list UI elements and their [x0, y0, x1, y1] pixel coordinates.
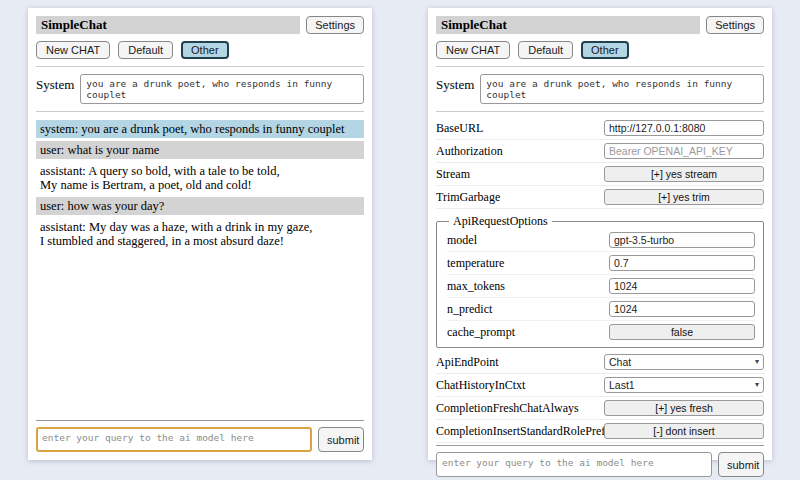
- baseurl-label: BaseURL: [436, 121, 604, 136]
- chat-panel: SimpleChat Settings New CHAT Default Oth…: [28, 8, 372, 460]
- trimgarbage-label: TrimGarbage: [436, 190, 604, 205]
- settings-row: temperature: [447, 252, 755, 275]
- system-label: System: [36, 74, 74, 104]
- model-label: model: [447, 233, 609, 248]
- temperature-label: temperature: [447, 256, 609, 271]
- chevron-down-icon: ▾: [755, 381, 759, 389]
- chevron-down-icon: ▾: [755, 358, 759, 366]
- divider: [436, 445, 764, 446]
- system-prompt-row: System you are a drunk poet, who respond…: [436, 74, 764, 104]
- submit-button[interactable]: submit: [318, 427, 364, 452]
- app-title: SimpleChat: [36, 16, 300, 34]
- max-tokens-label: max_tokens: [447, 279, 609, 294]
- trimgarbage-toggle-button[interactable]: [+] yes trim: [604, 189, 764, 205]
- app-title: SimpleChat: [436, 16, 700, 34]
- title-row: SimpleChat Settings: [36, 16, 364, 34]
- chat-message-user: user: what is your name: [36, 141, 364, 159]
- chat-messages: system: you are a drunk poet, who respon…: [36, 120, 364, 418]
- chat-session-other-button[interactable]: Other: [181, 41, 229, 59]
- submit-button[interactable]: submit: [718, 452, 764, 477]
- settings-row: n_predict: [447, 298, 755, 321]
- app: SimpleChat Settings New CHAT Default Oth…: [0, 0, 800, 468]
- settings-row: CompletionInsertStandardRolePrefix [-] d…: [436, 420, 764, 443]
- cache-prompt-label: cache_prompt: [447, 325, 609, 340]
- authorization-input[interactable]: [604, 143, 764, 159]
- completion-insert-standard-role-prefix-toggle-button[interactable]: [-] dont insert: [604, 423, 764, 439]
- settings-row: CompletionFreshChatAlways [+] yes fresh: [436, 397, 764, 420]
- authorization-label: Authorization: [436, 144, 604, 159]
- api-request-options-fieldset: ApiRequestOptions model temperature max_…: [436, 214, 764, 348]
- divider: [436, 66, 764, 67]
- chat-history-selected-value: Last1: [609, 379, 635, 391]
- divider: [36, 420, 364, 421]
- user-query-input[interactable]: [36, 427, 312, 452]
- completion-fresh-chat-always-toggle-button[interactable]: [+] yes fresh: [604, 400, 764, 416]
- settings-row: model: [447, 229, 755, 252]
- settings-row: Stream [+] yes stream: [436, 163, 764, 186]
- settings-button[interactable]: Settings: [306, 16, 364, 34]
- stream-toggle-button[interactable]: [+] yes stream: [604, 166, 764, 182]
- temperature-input[interactable]: [609, 255, 755, 271]
- settings-button[interactable]: Settings: [706, 16, 764, 34]
- user-query-input[interactable]: [436, 452, 712, 477]
- chat-history-in-ctxt-select[interactable]: Last1 ▾: [604, 377, 764, 393]
- system-prompt-input[interactable]: you are a drunk poet, who responds in fu…: [480, 74, 764, 104]
- settings-row: max_tokens: [447, 275, 755, 298]
- cache-prompt-toggle-button[interactable]: false: [609, 324, 755, 340]
- max-tokens-input[interactable]: [609, 278, 755, 294]
- divider: [436, 111, 764, 112]
- api-endpoint-selected-value: Chat: [609, 356, 631, 368]
- system-label: System: [436, 74, 474, 104]
- completion-fresh-chat-always-label: CompletionFreshChatAlways: [436, 401, 604, 416]
- n-predict-label: n_predict: [447, 302, 609, 317]
- n-predict-input[interactable]: [609, 301, 755, 317]
- chat-message-assistant: assistant: My day was a haze, with a dri…: [36, 218, 364, 250]
- settings-list: BaseURL Authorization Stream [+] yes str…: [436, 117, 764, 443]
- api-request-options-legend: ApiRequestOptions: [449, 214, 552, 229]
- api-endpoint-select[interactable]: Chat ▾: [604, 354, 764, 370]
- settings-panel: SimpleChat Settings New CHAT Default Oth…: [428, 8, 772, 460]
- settings-row: ApiEndPoint Chat ▾: [436, 351, 764, 374]
- completion-insert-standard-role-prefix-label: CompletionInsertStandardRolePrefix: [436, 424, 604, 439]
- chat-session-other-button[interactable]: Other: [581, 41, 629, 59]
- chat-message-system: system: you are a drunk poet, who respon…: [36, 120, 364, 138]
- settings-row: ChatHistoryInCtxt Last1 ▾: [436, 374, 764, 397]
- api-endpoint-label: ApiEndPoint: [436, 355, 604, 370]
- title-row: SimpleChat Settings: [436, 16, 764, 34]
- new-chat-button[interactable]: New CHAT: [36, 41, 110, 59]
- new-chat-button[interactable]: New CHAT: [436, 41, 510, 59]
- baseurl-input[interactable]: [604, 120, 764, 136]
- settings-row: TrimGarbage [+] yes trim: [436, 186, 764, 209]
- divider: [36, 111, 364, 112]
- stream-label: Stream: [436, 167, 604, 182]
- chat-message-user: user: how was your day?: [36, 197, 364, 215]
- chat-history-in-ctxt-label: ChatHistoryInCtxt: [436, 378, 604, 393]
- settings-row: Authorization: [436, 140, 764, 163]
- chat-session-buttons: New CHAT Default Other: [436, 41, 764, 59]
- settings-row: cache_prompt false: [447, 321, 755, 343]
- system-prompt-input[interactable]: you are a drunk poet, who responds in fu…: [80, 74, 364, 104]
- chat-message-assistant: assistant: A query so bold, with a tale …: [36, 162, 364, 194]
- chat-session-default-button[interactable]: Default: [118, 41, 173, 59]
- chat-session-default-button[interactable]: Default: [518, 41, 573, 59]
- query-row: submit: [436, 452, 764, 477]
- divider: [36, 66, 364, 67]
- system-prompt-row: System you are a drunk poet, who respond…: [36, 74, 364, 104]
- query-row: submit: [36, 427, 364, 452]
- model-input[interactable]: [609, 232, 755, 248]
- chat-session-buttons: New CHAT Default Other: [36, 41, 364, 59]
- settings-row: BaseURL: [436, 117, 764, 140]
